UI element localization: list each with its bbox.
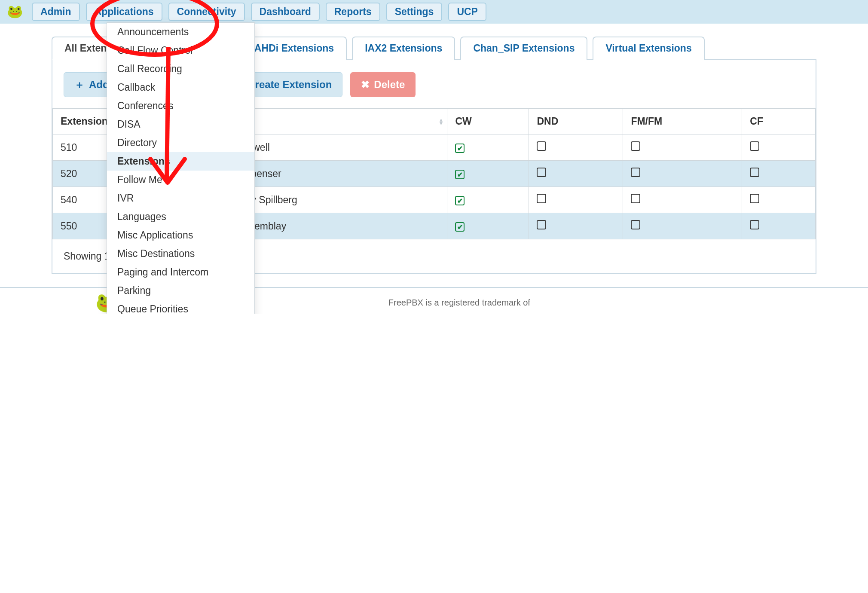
checkbox[interactable] (537, 141, 546, 151)
cell-cf (742, 161, 816, 187)
col-cw[interactable]: CW (447, 109, 529, 134)
dropdown-item-languages[interactable]: Languages (107, 208, 254, 226)
checkbox[interactable] (537, 194, 546, 203)
checkbox[interactable] (750, 194, 759, 203)
dropdown-item-callback[interactable]: Callback (107, 78, 254, 97)
dropdown-item-directory[interactable]: Directory (107, 134, 254, 152)
tab-iax2-extensions[interactable]: IAX2 Extensions (352, 37, 455, 60)
checkbox[interactable] (537, 220, 546, 229)
plus-icon: ＋ (74, 78, 85, 92)
checkbox[interactable] (631, 194, 640, 203)
cell-dnd (529, 187, 623, 213)
cell-fmfm (623, 187, 742, 213)
cell-cf (742, 213, 816, 239)
col-dnd[interactable]: DND (529, 109, 623, 134)
cell-dnd (529, 213, 623, 239)
checkbox[interactable] (631, 168, 640, 177)
tab-chan_sip-extensions[interactable]: Chan_SIP Extensions (460, 37, 587, 60)
checkbox[interactable] (631, 141, 640, 151)
nav-ucp[interactable]: UCP (448, 3, 486, 21)
nav-admin[interactable]: Admin (32, 3, 80, 21)
col-fm-fm[interactable]: FM/FM (623, 109, 742, 134)
cell-cw (447, 161, 529, 187)
checkbox[interactable] (750, 220, 759, 229)
nav-dashboard[interactable]: Dashboard (251, 3, 320, 21)
nav-connectivity[interactable]: Connectivity (168, 3, 245, 21)
checkbox[interactable] (455, 170, 465, 179)
cell-fmfm (623, 134, 742, 161)
dropdown-item-disa[interactable]: DISA (107, 115, 254, 134)
dropdown-item-paging-and-intercom[interactable]: Paging and Intercom (107, 263, 254, 281)
checkbox[interactable] (750, 141, 759, 151)
dropdown-item-misc-applications[interactable]: Misc Applications (107, 226, 254, 245)
cell-cf (742, 134, 816, 161)
cell-dnd (529, 161, 623, 187)
checkbox[interactable] (455, 144, 465, 153)
dropdown-item-announcements[interactable]: Announcements (107, 23, 254, 41)
dropdown-item-queue-priorities[interactable]: Queue Priorities (107, 300, 254, 314)
checkbox[interactable] (750, 168, 759, 177)
cell-cw (447, 213, 529, 239)
close-icon: ✖ (361, 79, 370, 91)
delete-label: Delete (374, 79, 405, 91)
dropdown-item-call-flow-control[interactable]: Call Flow Control (107, 41, 254, 60)
checkbox[interactable] (537, 168, 546, 177)
dropdown-item-conferences[interactable]: Conferences (107, 97, 254, 115)
cell-dnd (529, 134, 623, 161)
nav-settings[interactable]: Settings (386, 3, 443, 21)
nav-reports[interactable]: Reports (326, 3, 380, 21)
cell-cw (447, 187, 529, 213)
dropdown-item-ivr[interactable]: IVR (107, 189, 254, 208)
delete-button[interactable]: ✖ Delete (350, 72, 416, 97)
dropdown-item-parking[interactable]: Parking (107, 281, 254, 300)
applications-dropdown: AnnouncementsCall Flow ControlCall Recor… (107, 22, 255, 314)
checkbox[interactable] (455, 196, 465, 205)
sort-icon[interactable]: ▲▼ (439, 118, 444, 125)
cell-fmfm (623, 213, 742, 239)
dropdown-item-call-recording[interactable]: Call Recording (107, 60, 254, 78)
tab-virtual-extensions[interactable]: Virtual Extensions (593, 37, 704, 60)
footer-trademark: FreePBX is a registered trademark of (388, 298, 530, 308)
dropdown-item-follow-me[interactable]: Follow Me (107, 171, 254, 189)
cell-cw (447, 134, 529, 161)
footer-partner-logo (721, 296, 773, 309)
dropdown-item-extensions[interactable]: Extensions (107, 152, 254, 171)
col-cf[interactable]: CF (742, 109, 816, 134)
nav-applications[interactable]: Applications (86, 3, 162, 21)
logo-icon: 🐸 (3, 3, 26, 20)
checkbox[interactable] (455, 222, 465, 232)
cell-fmfm (623, 161, 742, 187)
dropdown-item-misc-destinations[interactable]: Misc Destinations (107, 245, 254, 263)
top-nav: 🐸 Admin Applications Connectivity Dashbo… (0, 0, 868, 24)
cell-cf (742, 187, 816, 213)
checkbox[interactable] (631, 220, 640, 229)
